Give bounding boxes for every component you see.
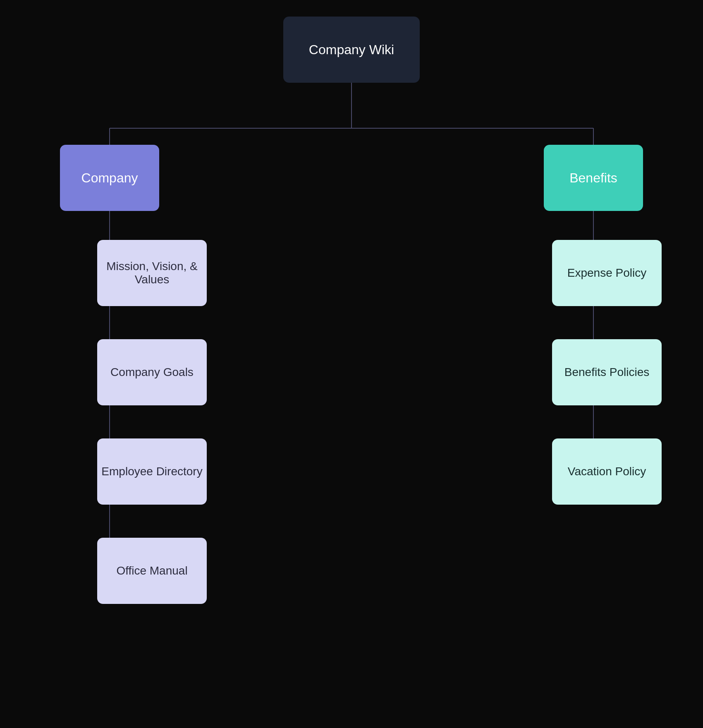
mission-node[interactable]: Mission, Vision, & Values xyxy=(97,240,207,306)
employee-directory-node[interactable]: Employee Directory xyxy=(97,438,207,505)
mission-label: Mission, Vision, & Values xyxy=(97,260,207,286)
company-node[interactable]: Company xyxy=(60,145,159,211)
benefits-policies-label: Benefits Policies xyxy=(564,366,649,379)
root-node[interactable]: Company Wiki xyxy=(283,17,420,83)
root-label: Company Wiki xyxy=(309,42,394,57)
expense-policy-node[interactable]: Expense Policy xyxy=(552,240,662,306)
diagram-container: Company Wiki Company Benefits Mission, V… xyxy=(0,0,703,728)
benefits-node[interactable]: Benefits xyxy=(544,145,643,211)
expense-policy-label: Expense Policy xyxy=(567,266,646,280)
company-goals-label: Company Goals xyxy=(110,366,194,379)
employee-directory-label: Employee Directory xyxy=(101,465,202,478)
vacation-policy-label: Vacation Policy xyxy=(568,465,646,478)
company-label: Company xyxy=(81,170,138,186)
benefits-policies-node[interactable]: Benefits Policies xyxy=(552,339,662,405)
office-manual-label: Office Manual xyxy=(116,564,187,577)
benefits-label: Benefits xyxy=(569,170,617,186)
company-goals-node[interactable]: Company Goals xyxy=(97,339,207,405)
office-manual-node[interactable]: Office Manual xyxy=(97,538,207,604)
vacation-policy-node[interactable]: Vacation Policy xyxy=(552,438,662,505)
